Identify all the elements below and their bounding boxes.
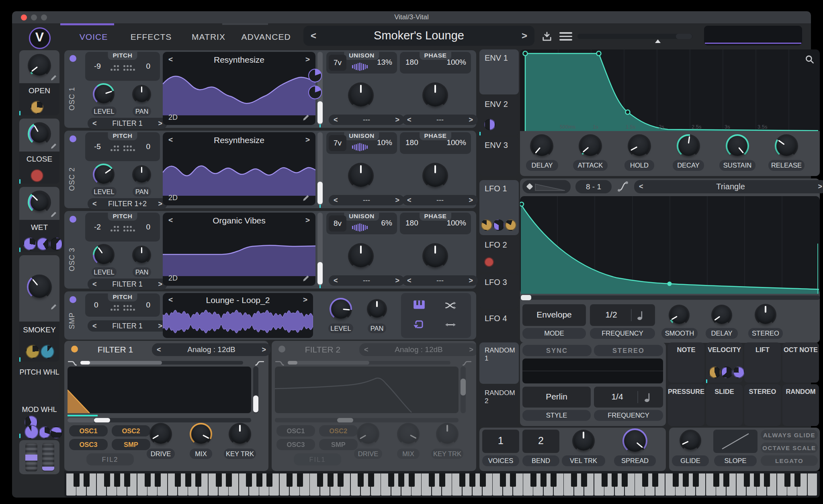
black-key[interactable] (398, 473, 404, 487)
osc1-power-indicator[interactable] (70, 55, 76, 62)
transpose-snap-dots[interactable] (104, 225, 141, 232)
macro4-mod-indicator[interactable] (41, 345, 54, 359)
prev-icon[interactable]: < (639, 182, 643, 191)
volume-marker-icon[interactable] (655, 39, 661, 43)
osc3-phase-knob[interactable] (422, 243, 448, 269)
osc3-view-2d[interactable]: 2D (168, 274, 178, 283)
glide-knob[interactable] (680, 430, 701, 451)
tab-effects[interactable]: EFFECTS (121, 32, 181, 42)
black-key[interactable] (175, 473, 181, 487)
filter2-input-osc1[interactable]: OSC1 (276, 425, 315, 436)
next-icon[interactable]: > (158, 322, 162, 330)
osc2-unison-voices[interactable]: 7v (329, 135, 346, 151)
save-preset-icon[interactable] (541, 31, 553, 43)
filter1-link-fil2[interactable]: FIL2 (86, 453, 134, 465)
osc1-level-knob[interactable] (93, 83, 115, 105)
black-key[interactable] (266, 473, 272, 487)
next-icon[interactable]: > (158, 280, 162, 289)
velocity-mod-indicator[interactable] (733, 367, 745, 378)
tab-matrix[interactable]: MATRIX (178, 32, 239, 42)
tab-lfo1[interactable]: LFO 1 (479, 180, 519, 235)
macro3-mod-indicator[interactable] (23, 238, 36, 250)
vel-trk-knob[interactable] (572, 430, 595, 452)
mod-source-lift[interactable]: LIFT (744, 342, 781, 383)
black-key[interactable] (246, 473, 252, 487)
filter1-input-osc3[interactable]: OSC3 (69, 439, 108, 450)
black-key[interactable] (104, 473, 110, 487)
mod-source-oct-note[interactable]: OCT NOTE (782, 342, 819, 383)
tab-lfo3[interactable]: LFO 3 (479, 274, 519, 309)
black-key[interactable] (388, 473, 394, 487)
osc1-unison-voices[interactable]: 7v (329, 55, 346, 71)
osc3-unison-mod-selector[interactable]: <---> (329, 275, 404, 286)
black-key[interactable] (602, 473, 608, 487)
random-stereo-toggle[interactable]: STEREO (594, 345, 663, 356)
bounce-mode-icon[interactable] (444, 320, 457, 330)
black-key[interactable] (784, 473, 790, 487)
lfo-phase-slider[interactable] (520, 295, 820, 300)
random-frequency-box[interactable]: 1/4 (594, 387, 663, 408)
filter1-drive-knob[interactable] (149, 423, 172, 445)
osc2-unison-detune-knob[interactable] (348, 163, 374, 188)
black-key[interactable] (530, 473, 536, 487)
env-decay-knob[interactable] (677, 134, 700, 158)
black-key[interactable] (693, 473, 699, 487)
preset-next-button[interactable]: > (522, 30, 527, 41)
prev-icon[interactable]: < (334, 196, 338, 205)
velocity-mod-indicator[interactable] (721, 367, 733, 378)
tab-random1[interactable]: RANDOM 1 (479, 342, 519, 384)
black-key[interactable] (216, 473, 222, 487)
velocity-mod-indicator[interactable] (709, 367, 721, 378)
filter1-response-display[interactable] (68, 367, 251, 413)
black-key[interactable] (713, 473, 719, 487)
mod-source-random[interactable]: RANDOM (782, 384, 819, 426)
smp-sample-display[interactable]: < Lounge - Loop_2 > (163, 293, 313, 338)
edit-pencil-icon[interactable] (50, 303, 58, 311)
spread-knob[interactable] (622, 428, 647, 453)
osc3-wavetable-display[interactable]: < Organic Vibes > 2D (163, 213, 315, 286)
lfo-display[interactable] (520, 196, 820, 294)
prev-icon[interactable]: < (407, 277, 412, 285)
next-icon[interactable]: > (469, 277, 473, 285)
lfo1-mod-indicator[interactable] (493, 219, 504, 231)
edit-pencil-icon[interactable] (50, 142, 58, 150)
osc1-phase-knob[interactable] (422, 82, 448, 108)
osc1-wavetable-display[interactable]: < Resynthesize > 2D (163, 52, 315, 125)
osc1-distortion-knob[interactable] (308, 86, 322, 99)
black-key[interactable] (794, 473, 800, 487)
osc2-wavetable-name[interactable]: Resynthesize (163, 135, 315, 145)
macro2-mod-indicator[interactable] (31, 169, 43, 182)
transpose-snap-dots[interactable] (104, 144, 141, 152)
black-key[interactable] (84, 473, 90, 487)
black-key[interactable] (429, 473, 435, 487)
next-icon[interactable]: > (158, 119, 162, 128)
macro1-label[interactable]: OPEN (19, 86, 59, 95)
osc3-phase-value[interactable]: 180 (405, 219, 418, 227)
osc2-unison-detune[interactable]: 10% (377, 138, 392, 147)
random-style-value[interactable]: Perlin (522, 392, 591, 402)
osc1-unison-detune-knob[interactable] (348, 82, 374, 108)
osc2-level-knob[interactable] (93, 164, 115, 185)
osc2-unison-mod-selector[interactable]: <---> (329, 195, 404, 205)
osc2-view-2d[interactable]: 2D (168, 194, 178, 202)
filter2-input-osc2[interactable]: OSC2 (319, 425, 358, 436)
smp-transpose-value[interactable]: 0 (94, 301, 98, 309)
tab-random2[interactable]: RANDOM 2 (479, 385, 519, 426)
osc1-wavetable-name[interactable]: Resynthesize (163, 55, 315, 65)
prev-icon[interactable]: < (334, 116, 338, 124)
osc1-unison-detune[interactable]: 13% (377, 58, 392, 67)
octave-scale-toggle[interactable]: OCTAVE SCALE (761, 443, 818, 453)
osc1-pan-knob[interactable] (132, 85, 151, 104)
env-release-knob[interactable] (775, 134, 798, 158)
osc3-wavetable-name[interactable]: Organic Vibes (163, 216, 315, 225)
voices-value[interactable]: 1 (482, 435, 519, 447)
sample-next-icon[interactable]: > (303, 295, 307, 304)
osc1-phase-mod-selector[interactable]: <---> (402, 115, 478, 125)
macro3-knob[interactable] (28, 191, 51, 214)
osc1-tune-value[interactable]: 0 (146, 62, 150, 71)
prev-icon[interactable]: < (92, 322, 97, 330)
osc2-wavetable-display[interactable]: < Resynthesize > 2D (163, 132, 315, 205)
osc2-pan-knob[interactable] (132, 165, 151, 184)
vital-logo[interactable]: V (29, 27, 51, 49)
osc3-filter-routing[interactable]: < FILTER 1 > (88, 279, 167, 290)
